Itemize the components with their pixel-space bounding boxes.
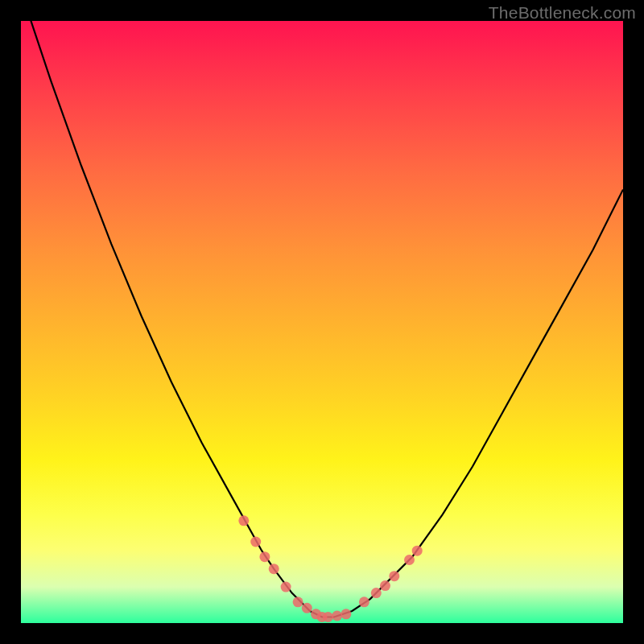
marker-dot (259, 551, 270, 562)
marker-dots (238, 515, 422, 622)
marker-dot (323, 612, 333, 622)
marker-dot (293, 597, 303, 607)
marker-dot (404, 555, 415, 565)
marker-dot (269, 564, 279, 574)
marker-dot (412, 546, 423, 556)
marker-dot (250, 537, 261, 547)
bottleneck-curve (21, 21, 623, 617)
marker-dot (341, 609, 351, 619)
marker-dot (371, 588, 382, 598)
chart-area (21, 21, 623, 623)
marker-dot (389, 571, 399, 581)
marker-dot (332, 611, 342, 621)
marker-dot (302, 603, 312, 613)
marker-dot (380, 580, 390, 591)
marker-dot (359, 597, 369, 607)
marker-dot (238, 515, 249, 526)
marker-dot (281, 582, 291, 592)
watermark-text: TheBottleneck.com (489, 3, 636, 23)
chart-svg (21, 21, 623, 623)
